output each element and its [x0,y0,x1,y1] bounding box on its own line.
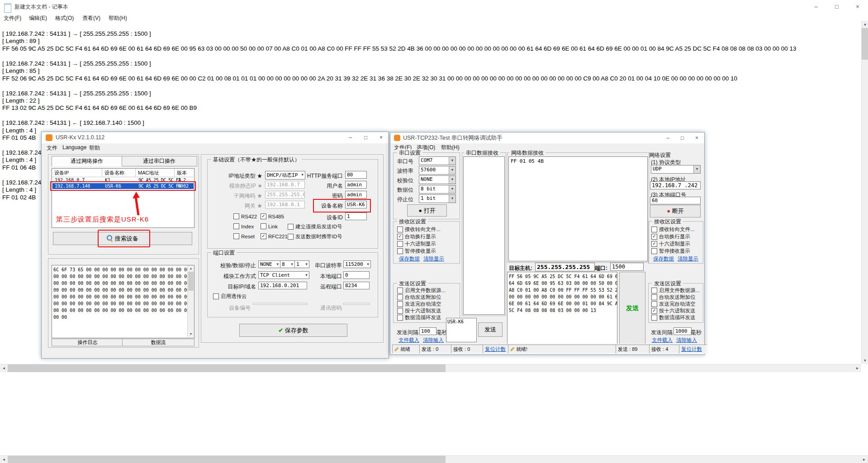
scroll-right-icon[interactable]: ► [860,456,868,463]
notepad-menu-edit[interactable]: 编辑(E) [29,14,47,22]
checkbox[interactable] [397,248,403,254]
usrkx-minimize-button[interactable]: – [343,132,358,143]
pause-recv-checkbox[interactable]: 暂停接收显示 [397,248,436,255]
checkbox[interactable] [288,224,294,230]
file-data-source-checkbox[interactable]: 启用文件数据源... [651,287,700,294]
checkbox[interactable] [288,234,294,240]
scroll-down-icon[interactable]: ▼ [188,331,194,337]
remote-port-input[interactable]: 8234 [343,282,370,289]
checkbox[interactable] [233,233,239,239]
scroll-up-icon[interactable]: ▲ [188,265,194,271]
send-as-hex-checkbox[interactable]: ✓按十六进制发送 [651,307,696,314]
rfc2217-checkbox[interactable]: ✓RFC2217 [261,233,290,239]
checkbox[interactable]: ✓ [261,233,266,239]
usrkx-menu-language[interactable]: Language [62,144,86,151]
usrkx-close-button[interactable]: × [374,132,389,143]
checkbox[interactable] [651,227,657,232]
checkbox[interactable] [651,288,657,293]
target-port-input[interactable]: 1500 [610,263,644,271]
background-hscrollbar[interactable]: ◄ ► [0,455,868,463]
file-data-source-checkbox[interactable]: 启用文件数据源... [397,287,446,294]
usrkx-maximize-button[interactable]: □ [358,132,373,143]
tab-operation-log[interactable]: 操作日志 [52,339,123,346]
notepad-menu-file[interactable]: 文件(F) [4,14,21,22]
cloud-passthrough-checkbox[interactable]: 启用透传云 [213,293,247,300]
checkbox[interactable]: ✓ [651,234,657,240]
checkbox[interactable] [651,248,657,254]
rs422-checkbox[interactable]: RS422 [233,213,257,219]
data-bit-select[interactable]: 8 bit▼ [419,185,456,194]
stop-bit-select[interactable]: 1 bit▼ [419,194,456,203]
clear-display-link[interactable]: 清除显示 [423,255,444,262]
serial-interval-input[interactable]: 100 [419,327,436,335]
link-checkbox[interactable]: Link [261,223,278,229]
tcp232-maximize-button[interactable]: □ [675,132,690,143]
clear-input-link[interactable]: 清除输入 [423,337,444,344]
auto-send-addon-checkbox[interactable]: 自动发送附加位 [397,294,441,301]
notepad-hscrollbar[interactable]: ◄ ► [0,364,861,372]
col-header-mac[interactable]: MAC地址 [136,169,175,177]
device-id-input[interactable]: 1 [345,213,367,220]
notepad-vscrollbar[interactable]: ▲ ▼ [861,21,868,364]
checkbox[interactable] [397,315,403,321]
checkbox[interactable] [397,288,403,293]
scroll-up-icon[interactable]: ▲ [862,21,868,28]
file-load-link[interactable]: 文件载入 [398,337,419,344]
checkbox[interactable] [651,315,657,321]
local-port-number-input[interactable]: 60 [650,197,701,204]
net-interval-input[interactable]: 1000 [674,327,692,335]
protocol-select[interactable]: UDP▼ [651,165,701,174]
operation-log-box[interactable]: 6C 6F 73 65 00 00 00 00 00 00 00 00 00 0… [52,265,194,338]
baudrate-select[interactable]: 57600▼ [419,166,456,175]
checkbox[interactable] [397,294,403,300]
index-checkbox[interactable]: Index [233,223,254,229]
net-recv-textarea[interactable]: FF 01 05 4B [508,156,648,261]
local-ip-input[interactable]: 192.168.7 .242 [650,181,701,189]
scroll-right-icon[interactable]: ► [854,364,861,372]
checkbox[interactable]: ✓ [397,234,403,240]
baud-select[interactable]: 115200▼ [343,260,371,268]
file-load-link[interactable]: 文件载入 [652,337,673,344]
notepad-menu-help[interactable]: 帮助(H) [109,14,127,22]
checkbox[interactable] [651,301,657,307]
comm-password-input[interactable] [343,303,370,305]
notepad-maximize-button[interactable]: □ [826,0,847,14]
net-send-button[interactable]: 发送 [619,272,645,344]
scroll-down-icon[interactable]: ▼ [862,357,868,364]
checkbox[interactable] [397,308,403,314]
net-hex-display[interactable]: FF 56 05 9C A5 25 DC 5C F4 61 64 6D 69 6… [507,272,617,344]
tcp232-close-button[interactable]: × [689,132,704,143]
hex-display-checkbox[interactable]: ✓十六进制显示 [651,241,690,247]
username-input[interactable]: admin [345,181,367,189]
usrkx-menu-help[interactable]: 帮助 [89,144,100,152]
tab-serial-operation[interactable]: 通过串口操作 [121,156,197,166]
parity-select[interactable]: NONE▼ [258,260,280,268]
checkbox[interactable]: ✓ [651,308,657,314]
usrkx-menu-file[interactable]: 文件 [47,144,57,152]
col-header-version[interactable]: 版本 [175,169,194,177]
hscroll-thumb[interactable] [8,364,446,372]
recv-to-file-checkbox[interactable]: 接收转向文件... [397,226,441,233]
auto-linewrap-checkbox[interactable]: ✓自动换行显示 [651,233,690,240]
save-data-link[interactable]: 保存数据 [653,255,674,262]
clear-after-send-checkbox[interactable]: 发送完自动清空 [397,301,441,307]
auto-send-addon-checkbox[interactable]: 自动发送附加位 [651,294,696,301]
clear-after-send-checkbox[interactable]: 发送完自动清空 [651,301,696,307]
serial-send-button[interactable]: 发送 [478,322,503,337]
loop-send-checkbox[interactable]: 数据流循环发送 [397,314,441,321]
tcp232-menu-help[interactable]: 帮助(H) [441,144,460,151]
clear-input-link[interactable]: 清除输入 [676,337,697,344]
serial-send-input[interactable]: USR-K6 [446,318,477,342]
col-header-device-name[interactable]: 设备名称 [102,169,136,177]
auto-linewrap-checkbox[interactable]: ✓自动换行显示 [397,233,436,240]
save-params-button[interactable]: ✔ 保存参数 [239,324,347,337]
local-port-input[interactable]: 0 [343,271,370,279]
checkbox[interactable] [261,223,266,229]
send-id-with-data-checkbox[interactable]: 发送数据时携带ID号 [288,233,342,240]
password-input[interactable]: admin [345,191,367,198]
pause-recv-checkbox[interactable]: 暂停接收显示 [651,248,690,255]
col-header-device-ip[interactable]: 设备IP [52,169,102,177]
serial-reset-count-link[interactable]: 复位计数 [483,345,511,354]
log-vscrollbar[interactable]: ▲ ▼ [187,265,194,337]
recv-to-file-checkbox[interactable]: 接收转向文件... [651,226,695,233]
